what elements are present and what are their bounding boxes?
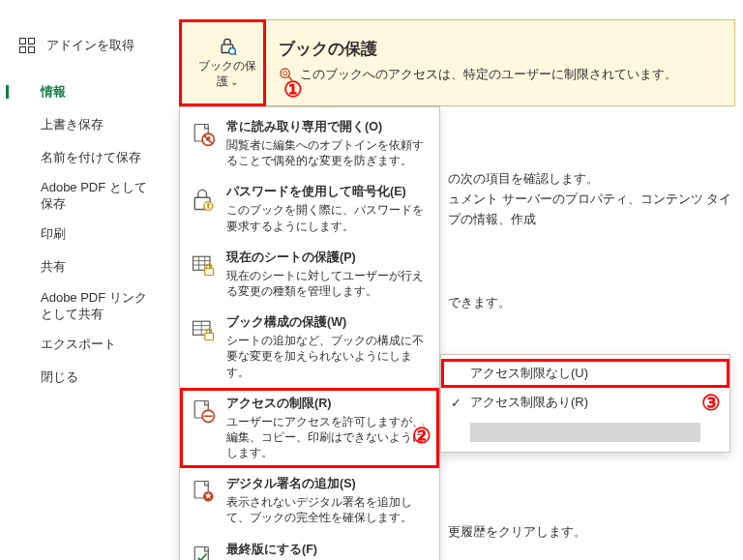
menu-item-protectstructure[interactable]: ブック構成の保護(W) シートの追加など、ブックの構成に不要な変更を加えられない… — [180, 307, 439, 388]
sidebar-item-export[interactable]: エクスポート — [0, 329, 164, 362]
banner-title: ブックの保護 — [279, 38, 721, 60]
restrict-access-submenu: アクセス制限なし(U) ✓ アクセス制限あり(R) — [440, 354, 730, 453]
bg-text: 更履歴をクリアします。 — [448, 522, 586, 543]
sidebar-item-save[interactable]: 上書き保存 — [0, 108, 164, 141]
structure-protect-icon — [190, 316, 217, 343]
menu-desc: シートの追加など、ブックの構成に不要な変更を加えられないようにします。 — [226, 333, 430, 380]
protect-workbook-button[interactable]: ブックの保護 — [193, 30, 261, 96]
lock-search-icon — [218, 36, 237, 55]
bg-text: ュメント サーバーのプロパティ、コンテンツ タイプの情報、作成 — [448, 190, 735, 230]
readonly-icon — [190, 121, 217, 148]
check-icon: ✓ — [451, 396, 461, 410]
sidebar-label: エクスポート — [41, 337, 116, 353]
sidebar-item-saveas[interactable]: 名前を付けて保存 — [0, 141, 164, 174]
menu-desc: 現在のシートに対してユーザーが行える変更の種類を管理します。 — [226, 268, 430, 299]
signature-icon — [190, 478, 217, 505]
addins-icon — [19, 38, 35, 53]
menu-item-readonly[interactable]: 常に読み取り専用で開く(O) 閲覧者に編集へのオプトインを依頼することで偶発的な… — [180, 111, 439, 176]
annotation-3: ③ — [701, 391, 721, 416]
svg-rect-23 — [205, 334, 214, 340]
menu-desc: 表示されないデジタル署名を追加して、ブックの完全性を確保します。 — [226, 494, 430, 525]
menu-title: アクセスの制限(R) — [226, 396, 430, 412]
sidebar-item-close[interactable]: 閉じる — [0, 362, 164, 395]
sheet-protect-icon — [190, 251, 217, 279]
svg-line-2 — [235, 53, 237, 55]
sidebar-label: 名前を付けて保存 — [41, 150, 141, 166]
restrict-access-icon — [190, 398, 217, 425]
sidebar-item-addins[interactable]: アドインを取得 — [0, 29, 164, 62]
svg-point-5 — [283, 72, 287, 75]
menu-title: ブック構成の保護(W) — [226, 314, 430, 331]
submenu-item-no-restriction[interactable]: アクセス制限なし(U) — [441, 359, 729, 388]
menu-title: 最終版にする(F) — [226, 542, 430, 558]
menu-title: デジタル署名の追加(S) — [226, 476, 430, 492]
annotation-1: ① — [283, 77, 303, 103]
menu-item-protectsheet[interactable]: 現在のシートの保護(P) 現在のシートに対してユーザーが行える変更の種類を管理し… — [180, 242, 439, 307]
banner-desc: このブックへのアクセスは、特定のユーザーに制限されています。 — [300, 66, 677, 83]
menu-item-final[interactable]: 最終版にする(F) ドキュメントを最終版とします。 — [180, 534, 439, 560]
svg-point-1 — [229, 48, 236, 55]
sidebar: アドインを取得 情報 上書き保存 名前を付けて保存 Adobe PDF として保… — [0, 0, 164, 560]
menu-title: 現在のシートの保護(P) — [226, 250, 430, 266]
protect-workbook-menu: 常に読み取り専用で開く(O) 閲覧者に編集へのオプトインを依頼することで偶発的な… — [179, 106, 440, 560]
submenu-label: アクセス制限あり(R) — [470, 394, 588, 411]
sidebar-label: 上書き保存 — [41, 117, 104, 133]
sidebar-label: アドインを取得 — [46, 38, 134, 54]
sidebar-item-adobepdf-link[interactable]: Adobe PDF リンクとして共有 — [0, 284, 164, 329]
menu-desc: ユーザーにアクセスを許可しますが、編集、コピー、印刷はできないようにします。 — [226, 414, 430, 461]
sidebar-item-adobepdf-save[interactable]: Adobe PDF として保存 — [0, 174, 164, 219]
sidebar-label: 情報 — [41, 84, 66, 101]
annotation-2: ② — [412, 424, 431, 449]
menu-title: パスワードを使用して暗号化(E) — [226, 184, 430, 200]
menu-title: 常に読み取り専用で開く(O) — [226, 119, 430, 135]
sidebar-item-print[interactable]: 印刷 — [0, 219, 164, 251]
sidebar-item-share[interactable]: 共有 — [0, 251, 164, 284]
bg-text: できます。 — [448, 293, 511, 313]
submenu-placeholder — [470, 423, 700, 442]
submenu-label: アクセス制限なし(U) — [470, 365, 588, 382]
svg-rect-12 — [207, 206, 209, 210]
menu-desc: 閲覧者に編集へのオプトインを依頼することで偶発的な変更を防ぎます。 — [226, 137, 430, 168]
menu-item-restrict-access[interactable]: アクセスの制限(R) ユーザーにアクセスを許可しますが、編集、コピー、印刷はでき… — [180, 388, 439, 469]
protect-label: ブックの保護 — [193, 59, 261, 89]
sidebar-label: Adobe PDF リンクとして共有 — [41, 290, 157, 323]
svg-rect-18 — [205, 268, 214, 275]
menu-desc: このブックを開く際に、パスワードを要求するようにします。 — [226, 202, 430, 233]
submenu-item-restricted[interactable]: ✓ アクセス制限あり(R) — [441, 388, 729, 417]
sidebar-label: 共有 — [41, 259, 66, 276]
main-area: ブックの保護 ブックの保護 このブックへのアクセスは、特定のユーザーに制限されて… — [174, 0, 743, 560]
sidebar-label: 印刷 — [41, 226, 66, 243]
protection-banner: ブックの保護 ブックの保護 このブックへのアクセスは、特定のユーザーに制限されて… — [179, 19, 735, 106]
bg-text: の次の項目を確認します。 — [448, 169, 599, 190]
menu-item-encrypt[interactable]: パスワードを使用して暗号化(E) このブックを開く際に、パスワードを要求するよう… — [180, 176, 439, 241]
sidebar-item-info[interactable]: 情報 — [0, 75, 164, 108]
sidebar-label: Adobe PDF として保存 — [41, 180, 157, 213]
menu-item-digital-signature[interactable]: デジタル署名の追加(S) 表示されないデジタル署名を追加して、ブックの完全性を確… — [180, 468, 439, 533]
encrypt-icon — [190, 186, 217, 213]
final-icon — [190, 544, 217, 560]
sidebar-label: 閉じる — [41, 369, 78, 386]
svg-point-3 — [281, 69, 289, 77]
